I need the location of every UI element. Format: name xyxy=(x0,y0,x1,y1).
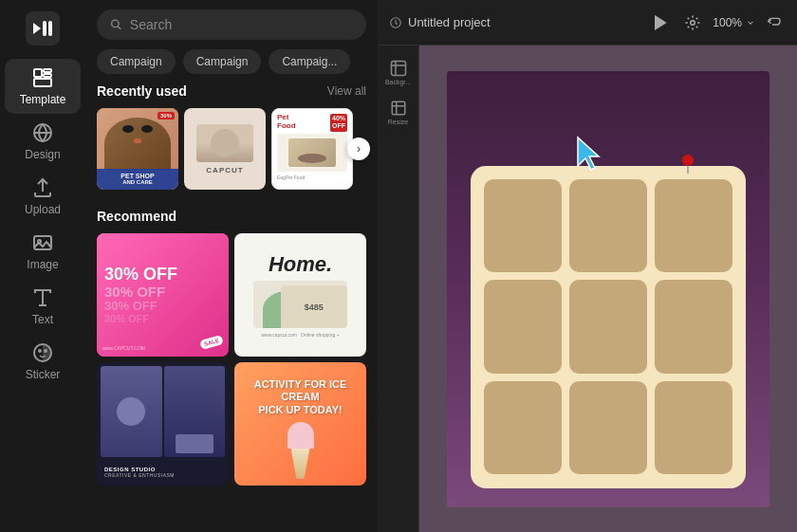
sidebar-item-template-label: Template xyxy=(20,93,66,106)
sidebar-item-sticker-label: Sticker xyxy=(26,368,61,381)
pin-decoration xyxy=(682,155,694,166)
filter-tab-campaign-1[interactable]: Campaign xyxy=(97,49,176,74)
panel-content: Recently used View all xyxy=(85,83,378,532)
shelf-cell-4 xyxy=(484,280,562,374)
template-thumb-pet-food[interactable]: Pet Food 40%OFF EagPet Food xyxy=(271,108,353,190)
shelf-cell-2 xyxy=(569,179,647,273)
design-icon xyxy=(31,121,54,144)
svg-marker-19 xyxy=(656,16,666,29)
recently-used-header: Recently used View all xyxy=(97,83,366,99)
shelf-cell-6 xyxy=(655,280,732,374)
shelf-unit xyxy=(471,166,746,488)
sidebar-item-text-label: Text xyxy=(32,313,53,326)
sidebar-item-upload-label: Upload xyxy=(25,203,61,216)
svg-rect-3 xyxy=(34,69,42,77)
recommend-title: Recommend xyxy=(97,209,176,224)
next-button[interactable]: › xyxy=(347,138,370,160)
background-tool-label: Backgr... xyxy=(385,79,411,85)
shelf-cell-5 xyxy=(569,280,647,374)
chevron-down-icon xyxy=(746,18,755,28)
upload-icon xyxy=(31,176,54,199)
project-title-text: Untitled project xyxy=(408,15,491,29)
play-button[interactable] xyxy=(648,10,673,35)
svg-rect-1 xyxy=(43,21,46,36)
svg-rect-22 xyxy=(392,101,405,115)
template-thumb-capcut[interactable]: CAPCUT xyxy=(184,108,266,190)
svg-point-14 xyxy=(39,350,41,352)
play-icon xyxy=(652,14,669,31)
file-icon xyxy=(389,16,402,29)
shelf-cell-1 xyxy=(484,179,562,273)
canvas-body: Backgr... Resize xyxy=(378,46,797,532)
svg-rect-21 xyxy=(391,61,405,75)
side-tools: Backgr... Resize xyxy=(378,46,419,532)
recommend-thumb-home[interactable]: Home. $485 www.capcut.com Online shoppin… xyxy=(234,233,366,357)
sidebar-item-image-label: Image xyxy=(27,258,58,271)
search-bar[interactable] xyxy=(97,9,366,40)
template-icon xyxy=(31,66,54,89)
svg-rect-4 xyxy=(44,69,51,72)
recommend-grid: 30% OFF 30% OFF 30% OFF 30% OFF SALE www… xyxy=(97,233,366,486)
sidebar-item-sticker[interactable]: Sticker xyxy=(5,334,81,389)
sidebar-item-template[interactable]: Template xyxy=(5,59,81,114)
recommend-thumb-studio[interactable]: DESIGN STUDIO CREATIVE & ENTHUSIASM xyxy=(97,362,229,486)
view-all-button[interactable]: View all xyxy=(327,84,366,98)
zoom-level: 100% xyxy=(713,16,742,29)
text-icon xyxy=(31,286,54,309)
recommend-header: Recommend xyxy=(97,209,366,224)
svg-point-15 xyxy=(45,350,46,352)
svg-line-17 xyxy=(118,27,120,29)
canvas-area: Untitled project 100% xyxy=(378,0,797,532)
sidebar-item-design[interactable]: Design xyxy=(5,114,81,169)
resize-tool[interactable]: Resize xyxy=(381,95,416,129)
sidebar-item-text[interactable]: Text xyxy=(5,279,81,334)
resize-tool-label: Resize xyxy=(388,119,408,125)
recommend-thumb-sale[interactable]: 30% OFF 30% OFF 30% OFF 30% OFF SALE www… xyxy=(97,233,229,357)
settings-button[interactable] xyxy=(680,10,705,35)
svg-point-16 xyxy=(112,20,120,28)
shelf-cell-9 xyxy=(655,381,732,475)
bookshelf-scene xyxy=(447,71,769,507)
canvas-viewport xyxy=(419,46,797,532)
image-icon xyxy=(31,231,54,254)
recently-used-title: Recently used xyxy=(97,83,187,99)
shelf-cell-7 xyxy=(484,381,562,475)
undo-button[interactable] xyxy=(763,11,786,34)
topbar-right: 100% xyxy=(648,10,786,35)
recommend-thumb-icecream[interactable]: ACTIVITY FOR ICE CREAM PICK UP TODAY! xyxy=(234,362,366,486)
recommend-section: Recommend 30% OFF 30% OFF 30% OFF 30% OF… xyxy=(97,209,366,486)
project-title-container: Untitled project xyxy=(389,15,491,29)
svg-rect-6 xyxy=(34,79,51,86)
recently-used-grid: PET SHOP AND CARE 30% CAPCUT xyxy=(97,108,366,190)
svg-point-20 xyxy=(691,20,695,25)
settings-icon xyxy=(684,14,701,31)
svg-rect-2 xyxy=(48,21,52,36)
sidebar-item-upload[interactable]: Upload xyxy=(5,169,81,224)
filter-tabs: Campaign Campaign Campaig... xyxy=(85,49,378,83)
zoom-control[interactable]: 100% xyxy=(713,16,755,29)
filter-tab-campaign-2[interactable]: Campaign xyxy=(183,49,262,74)
sidebar-item-design-label: Design xyxy=(25,148,60,161)
sticker-icon xyxy=(31,341,54,364)
background-tool[interactable]: Backgr... xyxy=(381,55,416,89)
sidebar: Template Design Upload Image Text xyxy=(0,0,85,532)
filter-tab-campaign-3[interactable]: Campaig... xyxy=(269,49,350,74)
background-icon xyxy=(390,60,407,77)
sidebar-item-image[interactable]: Image xyxy=(5,224,81,279)
template-thumb-pet-shop[interactable]: PET SHOP AND CARE 30% xyxy=(97,108,178,190)
canvas-topbar: Untitled project 100% xyxy=(378,0,797,46)
search-input[interactable] xyxy=(130,17,353,32)
undo-icon xyxy=(767,15,782,30)
template-panel: Campaign Campaign Campaig... Recently us… xyxy=(85,0,378,532)
search-icon xyxy=(110,18,122,31)
svg-rect-5 xyxy=(44,74,51,77)
app-logo xyxy=(24,9,62,47)
resize-icon xyxy=(390,100,407,117)
shelf-cell-8 xyxy=(569,381,647,475)
shelf-cell-3 xyxy=(655,179,732,273)
